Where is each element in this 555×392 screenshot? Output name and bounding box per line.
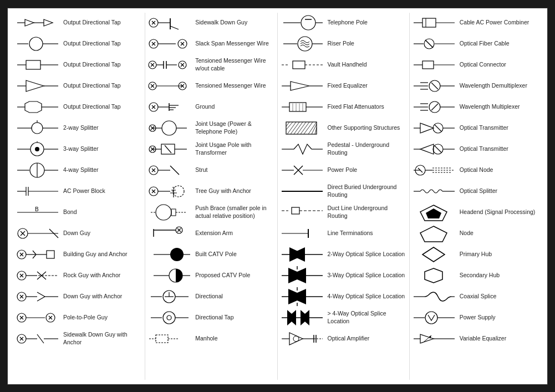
list-item: 2-way Splitter <box>16 118 142 138</box>
symbol-rect-line <box>16 56 60 74</box>
symbol-splice-2 <box>280 246 324 263</box>
svg-marker-291 <box>420 334 434 343</box>
symbol-rock-guy <box>16 267 60 284</box>
symbol-secondary-hub <box>412 267 456 284</box>
list-item: Proposed CATV Pole <box>147 266 274 286</box>
item-label: Down Guy <box>63 230 142 237</box>
item-label: Coaxial Splice <box>460 293 539 301</box>
list-item: Push Brace (smaller pole in actual relat… <box>147 202 274 222</box>
list-item: B Bond <box>16 202 142 222</box>
symbol-fixed-flat <box>280 98 324 116</box>
list-item: Wavelength Demultiplexer <box>412 76 539 96</box>
list-item: Built CATV Pole <box>147 245 274 264</box>
item-label: Joint Usgae Pole with Transformer <box>195 141 274 156</box>
symbol-telephone-pole <box>280 14 324 32</box>
item-label: Output Directional Tap <box>63 19 142 27</box>
symbol-line-term <box>280 225 324 242</box>
list-item: Directional Tap <box>147 308 274 328</box>
list-item: Output Directional Tap <box>16 34 142 54</box>
item-label: 2-Way Optical Splice Location <box>328 251 407 258</box>
item-label: Down Guy with Anchor <box>63 293 142 301</box>
list-item: Telephone Pole <box>280 13 407 33</box>
list-item: Directional <box>147 287 274 307</box>
item-label: Proposed CATV Pole <box>195 272 274 279</box>
svg-line-44 <box>33 251 36 254</box>
list-item: Extension Arm <box>147 223 274 243</box>
list-item: Riser Pole <box>280 34 407 54</box>
symbol-ground <box>147 98 192 116</box>
symbol-primary-hub <box>412 246 456 263</box>
svg-line-60 <box>37 297 45 301</box>
item-label: Output Directional Tap <box>63 82 142 90</box>
symbol-splitter-3 <box>16 140 60 158</box>
svg-point-146 <box>170 248 184 261</box>
symbol-splitter-4 <box>16 161 60 179</box>
item-label: Pedestal - Underground Routing <box>328 141 407 156</box>
item-label: Tree Guy with Anchor <box>195 187 274 195</box>
symbol-down-guy <box>16 225 60 242</box>
list-item: Tensioned Messenger Wire <box>147 76 274 96</box>
item-label: 2-way Splitter <box>63 124 142 132</box>
column-3: Telephone Pole Riser Pole <box>278 13 410 380</box>
list-item: Slack Span Messenger Wire <box>147 34 274 54</box>
symbol-hexagon-line <box>16 98 60 116</box>
list-item: Joint Usage (Power & Telephone Pole) <box>147 118 274 138</box>
svg-marker-282 <box>420 226 447 242</box>
item-label: Building Guy and Anchor <box>63 251 142 258</box>
list-item: Strut <box>147 160 274 180</box>
svg-line-184 <box>286 122 289 126</box>
svg-line-269 <box>435 146 441 152</box>
symbol-building-guy <box>16 246 60 263</box>
item-label: Duct Line Underground Routing <box>328 205 407 220</box>
symbol-tensioned <box>147 77 192 95</box>
symbol-sidewalk-guy-anchor <box>16 330 60 348</box>
list-item: Sidewalk Down Guy with Anchor <box>16 329 142 349</box>
symbol-push-brace <box>147 203 192 221</box>
svg-marker-262 <box>420 123 434 133</box>
item-label: Direct Buried Underground Routing <box>328 184 407 198</box>
svg-point-5 <box>29 37 43 50</box>
symbol-optical-tx2 <box>412 140 456 158</box>
symbol-extension-arm <box>147 225 192 242</box>
item-label: Secondary Hub <box>460 272 539 279</box>
svg-point-113 <box>162 121 176 135</box>
svg-line-264 <box>435 125 441 131</box>
svg-point-164 <box>301 16 315 30</box>
list-item: Building Guy and Anchor <box>16 245 142 264</box>
symbol-optical-node <box>412 161 456 179</box>
list-item: Optical Node <box>412 160 539 180</box>
svg-rect-177 <box>289 103 306 111</box>
svg-line-185 <box>286 122 293 130</box>
symbol-joint-usage <box>147 119 192 137</box>
item-label: Sidewalk Down Guy with Anchor <box>63 331 142 346</box>
svg-rect-171 <box>293 61 305 69</box>
item-label: 3-way Splitter <box>63 145 142 153</box>
svg-line-125 <box>165 145 171 153</box>
symbol-fixed-equalizer <box>280 77 324 95</box>
svg-point-288 <box>425 312 437 324</box>
svg-line-45 <box>33 254 36 258</box>
svg-point-157 <box>163 312 175 324</box>
symbol-built-catv <box>147 246 192 263</box>
item-label: Wavelength Demultiplexer <box>460 82 539 90</box>
symbol-tree-guy <box>147 182 192 200</box>
svg-line-73 <box>37 334 44 343</box>
item-label: Rock Guy with Anchor <box>63 272 142 279</box>
list-item: Fixed Equalizer <box>280 76 407 96</box>
symbol-down-guy-anchor <box>16 288 60 306</box>
svg-marker-174 <box>291 82 309 90</box>
svg-marker-3 <box>44 19 53 26</box>
item-label: Wavelength Multiplexer <box>460 103 539 111</box>
item-label: Cable AC Power Combiner <box>460 19 539 27</box>
item-label: AC Power Block <box>63 187 142 195</box>
symbol-optical-connector <box>412 56 456 74</box>
item-label: Optical Connector <box>460 61 539 69</box>
symbol-tensioned-wo <box>147 56 192 74</box>
item-label: Optical Splitter <box>460 187 539 195</box>
list-item: Output Directional Tap <box>16 13 142 33</box>
svg-marker-230 <box>289 333 303 345</box>
symbol-splice-4 <box>280 288 324 306</box>
svg-marker-283 <box>422 247 445 262</box>
list-item: Headend (Signal Processing) <box>412 202 539 222</box>
symbol-proposed-catv <box>147 267 192 284</box>
